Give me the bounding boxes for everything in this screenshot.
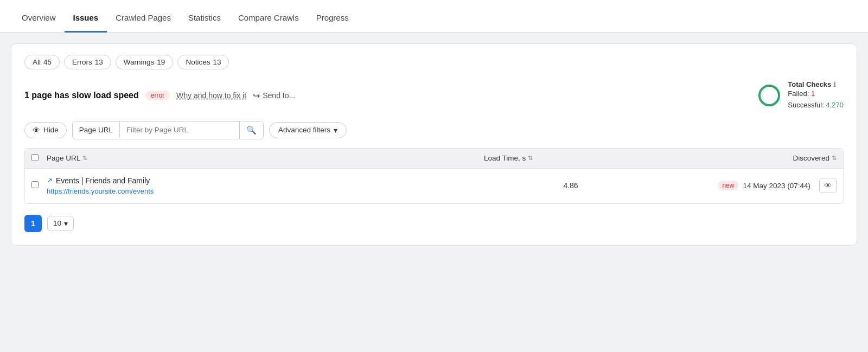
row-loadtime: 4.86: [484, 181, 658, 190]
filter-tabs: All 45 Errors 13 Warnings 19 Notices 13: [24, 55, 844, 69]
table-header: Page URL ⇅ Load Time, s ⇅ Discovered ⇅: [25, 149, 843, 169]
advanced-filters-button[interactable]: Advanced filters ▾: [269, 122, 347, 138]
row-eye-button[interactable]: 👁: [819, 178, 837, 193]
filter-tab-notices[interactable]: Notices 13: [177, 55, 229, 69]
send-arrow-icon: ↪: [253, 91, 260, 101]
search-button[interactable]: 🔍: [239, 121, 263, 139]
checks-stats: Failed: 1 Successful: 4,270: [788, 88, 844, 111]
sort-url-icon: ⇅: [82, 155, 87, 162]
sort-discovered-icon: ⇅: [832, 155, 837, 162]
url-filter-label: Page URL: [73, 122, 120, 138]
row-eye-icon: 👁: [824, 181, 832, 190]
external-link-icon: ↗: [47, 176, 53, 184]
controls-row: 👁 Hide Page URL 🔍 Advanced filters ▾: [24, 121, 844, 139]
success-count: 4,270: [826, 101, 844, 109]
issues-card: All 45 Errors 13 Warnings 19 Notices 13 …: [11, 43, 857, 246]
main-content: All 45 Errors 13 Warnings 19 Notices 13 …: [0, 33, 868, 257]
row-url-cell: ↗ Events | Friends and Family https://fr…: [47, 176, 484, 195]
top-navigation: Overview Issues Crawled Pages Statistics…: [0, 0, 868, 33]
filter-tab-errors[interactable]: Errors 13: [64, 55, 111, 69]
page-1-button[interactable]: 1: [24, 215, 42, 232]
nav-item-issues[interactable]: Issues: [65, 13, 107, 33]
page-title: Events | Friends and Family: [56, 176, 150, 185]
hide-button[interactable]: 👁 Hide: [24, 122, 67, 138]
select-all-checkbox[interactable]: [31, 154, 39, 161]
nav-item-compare-crawls[interactable]: Compare Crawls: [229, 13, 308, 33]
issue-header: 1 page has slow load speed error Why and…: [24, 80, 844, 111]
pagination: 1 10 ▾: [24, 213, 844, 234]
column-header-loadtime[interactable]: Load Time, s ⇅: [484, 154, 658, 162]
eye-icon: 👁: [33, 126, 40, 135]
page-url-link[interactable]: https://friends.yoursite.com/events: [47, 187, 154, 195]
row-checkbox[interactable]: [31, 181, 39, 188]
results-table: Page URL ⇅ Load Time, s ⇅ Discovered ⇅: [24, 148, 844, 204]
error-badge: error: [145, 91, 170, 100]
failed-count: 1: [811, 89, 815, 98]
table-row: ↗ Events | Friends and Family https://fr…: [25, 169, 843, 203]
donut-chart: [757, 84, 781, 107]
per-page-select[interactable]: 10 ▾: [47, 216, 74, 231]
fix-link[interactable]: Why and how to fix it: [176, 91, 246, 100]
send-to-button[interactable]: ↪ Send to...: [253, 91, 295, 101]
url-search-input[interactable]: [120, 122, 239, 138]
svg-point-1: [760, 86, 779, 105]
info-icon[interactable]: ℹ: [833, 81, 836, 88]
filter-tab-all[interactable]: All 45: [24, 55, 60, 69]
issue-title: 1 page has slow load speed: [24, 91, 139, 100]
column-header-url[interactable]: Page URL ⇅: [47, 154, 484, 162]
row-discovered: new 14 May 2023 (07:44) 👁: [658, 178, 837, 193]
per-page-chevron-icon: ▾: [64, 219, 68, 228]
chevron-down-icon: ▾: [334, 126, 337, 135]
nav-item-overview[interactable]: Overview: [13, 13, 65, 33]
url-filter: Page URL 🔍: [72, 121, 264, 139]
total-checks-label: Total Checks: [788, 80, 831, 88]
total-checks-widget: Total Checks ℹ Failed: 1 Successful: 4,2…: [757, 80, 844, 111]
nav-item-crawled-pages[interactable]: Crawled Pages: [107, 13, 180, 33]
nav-item-progress[interactable]: Progress: [308, 13, 358, 33]
sort-loadtime-icon: ⇅: [528, 155, 533, 162]
filter-tab-warnings[interactable]: Warnings 19: [116, 55, 174, 69]
discovered-date: 14 May 2023 (07:44): [743, 182, 810, 190]
new-badge: new: [718, 181, 738, 190]
nav-item-statistics[interactable]: Statistics: [180, 13, 229, 33]
column-header-discovered[interactable]: Discovered ⇅: [658, 154, 837, 162]
